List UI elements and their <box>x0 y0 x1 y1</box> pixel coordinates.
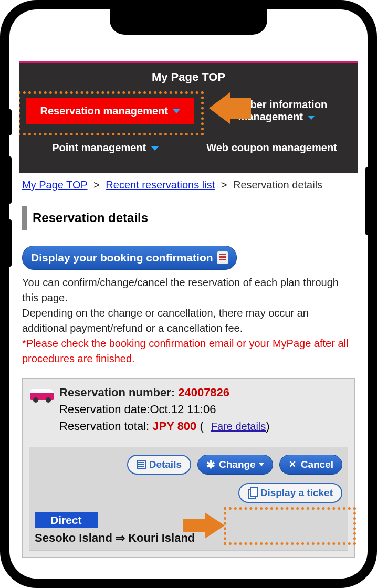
breadcrumb-separator: > <box>221 179 227 191</box>
details-button[interactable]: Details <box>127 455 191 475</box>
chevron-down-icon <box>259 463 264 466</box>
nav-row-1: Reservation management Member informatio… <box>22 89 355 132</box>
change-button[interactable]: Change <box>197 455 273 475</box>
button-label: Display a ticket <box>260 487 333 499</box>
nav-point-management[interactable]: Point management <box>22 134 188 161</box>
fare-details-link[interactable]: Fare details <box>211 421 266 432</box>
card-lines: Reservation number: 24007826 Reservation… <box>59 386 348 436</box>
ticket-copy-icon <box>248 488 257 498</box>
phone-side-button <box>7 219 12 267</box>
gear-icon <box>206 460 216 469</box>
close-icon <box>288 460 298 469</box>
header: My Page TOP Reservation management Membe… <box>19 63 358 173</box>
reservation-number-line: Reservation number: 24007826 <box>59 386 348 400</box>
nav-reservation-management[interactable]: Reservation management <box>26 98 194 124</box>
nav-label: Reservation management <box>40 105 168 117</box>
reservation-number-label: Reservation number: <box>59 386 175 399</box>
display-ticket-button[interactable]: Display a ticket <box>238 483 342 503</box>
action-row: Details Change Cancel <box>35 455 342 475</box>
chevron-down-icon <box>151 146 159 151</box>
chevron-down-icon <box>173 109 180 113</box>
nav-row-2: Point management Web coupon management <box>22 132 355 163</box>
breadcrumb: My Page TOP > Recent reservations list >… <box>19 173 358 197</box>
breadcrumb-separator: > <box>93 179 100 191</box>
annotation-arrow-icon <box>183 512 225 539</box>
reservation-date-label: Reservation date: <box>59 403 150 416</box>
button-label: Change <box>219 459 256 470</box>
card-head: Reservation number: 24007826 Reservation… <box>29 386 348 436</box>
breadcrumb-recent[interactable]: Recent reservations list <box>106 179 215 191</box>
phone-side-button <box>365 167 370 235</box>
header-title[interactable]: My Page TOP <box>22 70 355 84</box>
svg-marker-0 <box>209 92 251 124</box>
paren-open: ( <box>200 419 203 433</box>
reservation-total-label: Reservation total: <box>59 419 149 433</box>
phone-notch <box>110 9 267 35</box>
phone-side-button <box>7 109 12 135</box>
direct-badge: Direct <box>35 512 98 528</box>
breadcrumb-current: Reservation details <box>233 179 322 191</box>
chevron-down-icon <box>308 116 315 120</box>
breadcrumb-top[interactable]: My Page TOP <box>22 179 88 191</box>
svg-marker-1 <box>183 512 225 539</box>
button-label: Display your booking confirmation <box>31 251 213 264</box>
nav-web-coupon-management[interactable]: Web coupon management <box>188 134 355 161</box>
ticket-row: Display a ticket <box>35 483 342 503</box>
bus-icon <box>29 387 55 404</box>
paren-close: ) <box>266 419 269 433</box>
reservation-total-value: JPY 800 <box>152 419 196 433</box>
screen: My Page TOP Reservation management Membe… <box>19 19 358 579</box>
display-booking-confirmation-button[interactable]: Display your booking confirmation <box>22 246 237 270</box>
cancel-button[interactable]: Cancel <box>279 455 342 475</box>
page-title: Reservation details <box>33 211 148 225</box>
reservation-date-value: Oct.12 11:06 <box>150 403 216 416</box>
nav-label: Web coupon management <box>206 142 337 153</box>
phone-frame: My Page TOP Reservation management Membe… <box>0 0 377 588</box>
phone-side-button <box>7 156 12 204</box>
button-label: Cancel <box>301 459 333 470</box>
nav-label: Point management <box>52 142 146 153</box>
notice-line: You can confirm/change/cancel the reserv… <box>22 275 355 306</box>
notice-line: Depending on the change or cancellation,… <box>22 306 355 336</box>
annotation-arrow-icon <box>204 92 251 129</box>
button-label: Details <box>149 459 182 470</box>
document-icon <box>137 460 146 469</box>
page-title-wrap: Reservation details <box>19 202 358 234</box>
notice-warning: *Please check the booking confirmation e… <box>22 336 355 366</box>
title-accent-bar <box>22 206 27 230</box>
reservation-number-value: 24007826 <box>178 386 229 399</box>
pdf-document-icon <box>217 251 228 264</box>
notice-text: You can confirm/change/cancel the reserv… <box>19 275 358 366</box>
reservation-total-line: Reservation total: JPY 800 (Fare details… <box>59 419 348 433</box>
reservation-date-line: Reservation date:Oct.12 11:06 <box>59 403 348 416</box>
